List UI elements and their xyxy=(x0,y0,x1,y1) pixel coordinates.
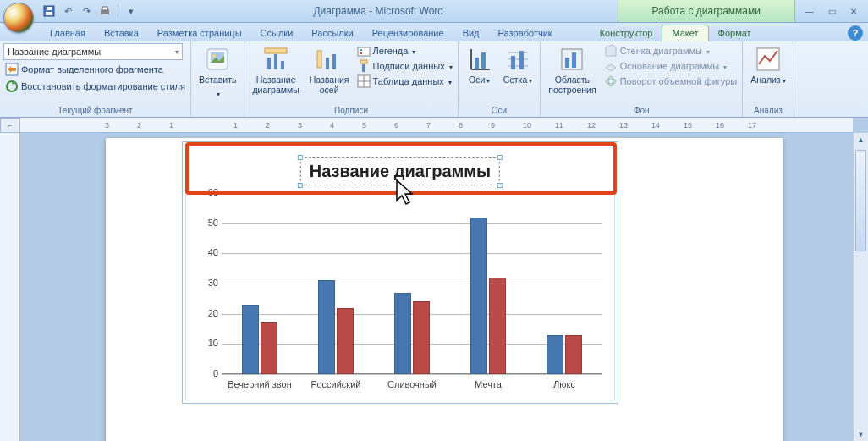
group-analysis: Анализ Анализ xyxy=(743,41,794,117)
ruler-tick: 13 xyxy=(619,121,628,130)
tab-page-layout[interactable]: Разметка страницы xyxy=(148,25,251,41)
scroll-up-icon[interactable]: ▲ xyxy=(854,133,868,146)
chart-bar[interactable] xyxy=(242,305,259,374)
axes-button[interactable]: Оси xyxy=(462,43,497,105)
ruler-tick: 9 xyxy=(491,121,495,130)
legend-button[interactable]: Легенда xyxy=(355,43,454,58)
axes-icon xyxy=(466,46,493,73)
quick-access-toolbar: ↶ ↷ ▾ xyxy=(41,3,140,19)
chart-y-tick-label: 10 xyxy=(198,338,218,348)
axes-label: Оси xyxy=(469,74,490,86)
document-page: Название диаграммы 0102030405060Вечерний… xyxy=(106,138,783,441)
data-labels-icon xyxy=(357,59,371,73)
chart-bar[interactable] xyxy=(394,293,411,374)
chart-bar[interactable] xyxy=(413,301,430,374)
office-button[interactable] xyxy=(3,3,34,33)
chart-y-tick-label: 50 xyxy=(198,218,218,228)
rotation-3d-icon xyxy=(604,74,618,88)
ruler-tick: 2 xyxy=(266,121,270,130)
tab-chart-format[interactable]: Формат xyxy=(709,25,761,41)
selection-handle[interactable] xyxy=(497,155,503,160)
ruler-tick: 7 xyxy=(426,121,431,130)
chart-bar[interactable] xyxy=(489,278,506,374)
chart-bar[interactable] xyxy=(261,322,277,374)
tab-references[interactable]: Ссылки xyxy=(251,25,303,41)
ruler-tick: 12 xyxy=(587,121,596,130)
chart-title-button[interactable]: Название диаграммы xyxy=(248,43,303,105)
svg-rect-27 xyxy=(475,58,479,69)
chart-bar[interactable] xyxy=(565,335,582,374)
undo-icon[interactable]: ↶ xyxy=(59,3,76,19)
chart-bar[interactable] xyxy=(470,218,487,374)
chart-element-selector[interactable]: Название диаграммы xyxy=(3,43,183,60)
tab-developer[interactable]: Разработчик xyxy=(489,25,562,41)
minimize-button[interactable]: — xyxy=(799,4,821,18)
horizontal-ruler[interactable]: 3211234567891011121314151617 xyxy=(20,118,853,133)
document-workspace: ⌐ 3211234567891011121314151617 ▲ ▼ Назва… xyxy=(0,118,868,441)
scroll-down-icon[interactable]: ▼ xyxy=(854,427,868,441)
reset-style-button[interactable]: Восстановить форматирование стиля xyxy=(3,79,187,94)
chart-bar[interactable] xyxy=(318,280,335,374)
insert-label: Вставить xyxy=(199,74,237,85)
data-table-label: Таблица данных xyxy=(373,76,444,86)
tab-chart-layout[interactable]: Макет xyxy=(662,25,708,41)
vertical-scrollbar[interactable]: ▲ ▼ xyxy=(853,133,868,441)
ruler-tick: 8 xyxy=(459,121,463,130)
help-button[interactable]: ? xyxy=(848,25,863,41)
chart-floor-button: Основание диаграммы xyxy=(602,58,739,74)
group-label-analysis: Анализ xyxy=(746,105,789,117)
print-icon[interactable] xyxy=(96,3,113,19)
reset-style-icon xyxy=(5,80,19,93)
chart-bar[interactable] xyxy=(337,308,354,374)
tab-chart-design[interactable]: Конструктор xyxy=(591,25,662,41)
chart-y-tick-label: 0 xyxy=(198,368,218,378)
selection-handle[interactable] xyxy=(298,155,303,160)
chart-plot-area[interactable]: 0102030405060Вечерний звонРоссийскийСлив… xyxy=(222,193,602,374)
group-label-insert xyxy=(195,105,241,117)
tab-review[interactable]: Рецензирование xyxy=(363,25,453,41)
redo-icon[interactable]: ↷ xyxy=(78,3,95,19)
chart-object[interactable]: Название диаграммы 0102030405060Вечерний… xyxy=(182,141,618,404)
format-selection-button[interactable]: Формат выделенного фрагмента xyxy=(3,62,187,77)
vertical-ruler[interactable] xyxy=(0,133,20,441)
tab-home[interactable]: Главная xyxy=(41,25,95,41)
rotation-3d-label: Поворот объемной фигуры xyxy=(620,76,738,86)
gridlines-button[interactable]: Сетка xyxy=(499,43,537,105)
ruler-tick: 17 xyxy=(748,121,756,130)
chart-grid-line xyxy=(222,253,602,254)
analysis-button[interactable]: Анализ xyxy=(746,43,789,105)
plot-area-button[interactable]: Область построения xyxy=(544,43,600,105)
data-labels-button[interactable]: Подписи данных xyxy=(355,58,454,74)
chart-bar[interactable] xyxy=(547,335,563,374)
selection-handle[interactable] xyxy=(298,183,303,188)
analysis-label: Анализ xyxy=(750,74,785,86)
maximize-button[interactable]: ▭ xyxy=(821,4,843,18)
ribbon-tabs: Главная Вставка Разметка страницы Ссылки… xyxy=(0,23,868,41)
insert-button[interactable]: Вставить xyxy=(195,43,241,105)
qat-customize-icon[interactable]: ▾ xyxy=(123,3,140,19)
save-icon[interactable] xyxy=(41,3,58,19)
data-table-button[interactable]: Таблица данных xyxy=(355,74,454,89)
svg-rect-2 xyxy=(47,7,52,10)
selection-handle[interactable] xyxy=(497,183,503,188)
tab-mailings[interactable]: Рассылки xyxy=(302,25,362,41)
ruler-tick: 5 xyxy=(362,121,366,130)
group-insert: Вставить xyxy=(191,41,245,117)
ruler-corner[interactable]: ⌐ xyxy=(0,118,20,133)
close-button[interactable]: ✕ xyxy=(843,4,865,18)
group-current-selection: Название диаграммы Формат выделенного фр… xyxy=(0,41,191,117)
group-background: Область построения Стенка диаграммы Осно… xyxy=(541,41,743,117)
chart-grid-line xyxy=(222,223,602,224)
svg-rect-19 xyxy=(360,52,362,54)
svg-rect-35 xyxy=(565,58,569,68)
chart-title-label: Название диаграммы xyxy=(252,74,299,95)
chart-wall-button: Стенка диаграммы xyxy=(602,43,739,58)
tab-insert[interactable]: Вставка xyxy=(95,25,148,41)
tab-view[interactable]: Вид xyxy=(453,25,489,41)
group-label-labels: Подписи xyxy=(248,105,453,117)
svg-rect-32 xyxy=(511,56,515,69)
chart-title[interactable]: Название диаграммы xyxy=(300,157,500,185)
chart-grid-line xyxy=(222,314,602,315)
axis-titles-button[interactable]: Названия осей xyxy=(305,43,354,105)
scrollbar-thumb[interactable] xyxy=(855,150,866,251)
